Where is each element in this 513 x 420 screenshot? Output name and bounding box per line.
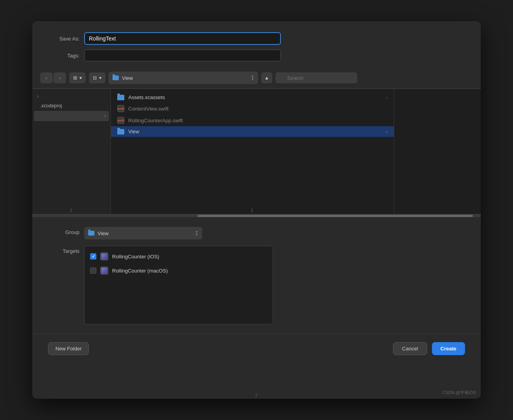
view-chevron-icon: › xyxy=(386,129,388,134)
horizontal-scrollbar[interactable] xyxy=(32,214,481,217)
assets-folder-icon xyxy=(117,95,124,100)
group-stepper: ▲ ▼ xyxy=(195,230,198,236)
view-options-arrow: ▾ xyxy=(99,75,101,81)
file-item-view[interactable]: View › xyxy=(111,126,394,137)
target-item-macos[interactable]: RollingCounter (macOS) xyxy=(85,263,273,278)
grid-icon: ⊞ xyxy=(73,75,77,81)
group-selector[interactable]: View ▲ ▼ xyxy=(84,227,202,239)
contentview-swift-icon: swift xyxy=(117,105,124,112)
file-item-contentview[interactable]: swift ContentView.swift xyxy=(111,103,394,114)
forward-button[interactable]: › xyxy=(54,72,66,83)
save-as-input[interactable] xyxy=(84,32,281,45)
search-input[interactable] xyxy=(275,72,357,83)
folder-icon xyxy=(113,76,119,80)
tags-input[interactable] xyxy=(84,50,281,61)
view-dropdown-arrow: ▾ xyxy=(79,75,82,81)
target-item-ios[interactable]: RollingCounter (iOS) xyxy=(85,249,273,263)
location-selector[interactable]: View ▲ ▼ xyxy=(109,72,258,84)
targets-label: Targets xyxy=(48,246,79,254)
file-item-rollingcounterapp[interactable]: swift RollingCounterApp.swift xyxy=(111,114,394,126)
rollingcounterapp-swift-icon: swift xyxy=(117,117,124,124)
macos-target-name: RollingCounter (macOS) xyxy=(112,268,168,274)
detail-pane: ‖ xyxy=(394,89,481,214)
targets-box: RollingCounter (iOS) RollingCounter (mac… xyxy=(84,246,273,324)
view-mode-button[interactable]: ⊞ ▾ xyxy=(69,72,86,83)
new-folder-button[interactable]: New Folder xyxy=(48,342,89,355)
assets-chevron-icon: › xyxy=(386,95,388,100)
create-button[interactable]: Create xyxy=(432,342,465,355)
location-stepper-arrows: ▲ ▼ xyxy=(251,75,254,81)
detail-pane-resize[interactable]: ‖ xyxy=(255,393,258,397)
pane-resize-handle[interactable]: ‖ xyxy=(70,208,73,212)
list-icon: ⊟ xyxy=(93,75,97,81)
rollingcounterapp-filename: RollingCounterApp.swift xyxy=(128,118,183,123)
view-folder-icon xyxy=(117,129,124,134)
sidebar-item-xcodeproj[interactable]: .xcodeproj xyxy=(32,101,111,111)
sidebar-item-selected[interactable]: › xyxy=(34,111,109,121)
group-value: View xyxy=(98,230,109,236)
view-filename: View xyxy=(128,129,139,134)
file-list-pane: Assets.xcassets › swift ContentView.swif… xyxy=(111,89,394,214)
location-label: View xyxy=(122,75,133,81)
macos-app-icon xyxy=(100,267,108,274)
back-button[interactable]: ‹ xyxy=(40,72,53,83)
view-options-button[interactable]: ⊟ ▾ xyxy=(89,72,105,83)
macos-checkbox[interactable] xyxy=(90,267,96,274)
group-label: Group xyxy=(48,227,79,235)
watermark: CSDN @宇夜iOS xyxy=(442,390,476,396)
main-pane-resize[interactable]: ‖ xyxy=(251,208,254,212)
expand-button[interactable]: ▲ xyxy=(261,72,272,83)
tags-label: Tags: xyxy=(48,53,79,59)
xcodeproj-label: .xcodeproj xyxy=(40,103,62,109)
save-as-label: Save As: xyxy=(48,36,79,42)
assets-filename: Assets.xcassets xyxy=(128,94,165,100)
contentview-filename: ContentView.swift xyxy=(128,106,168,112)
ios-app-icon xyxy=(100,252,108,260)
selected-item-arrow: › xyxy=(104,113,106,119)
scroll-thumb xyxy=(197,215,473,217)
ios-target-name: RollingCounter (iOS) xyxy=(112,254,159,260)
cancel-button[interactable]: Cancel xyxy=(393,342,427,355)
sidebar-item-arrow[interactable]: › xyxy=(32,92,111,101)
file-item-assets[interactable]: Assets.xcassets › xyxy=(111,92,394,103)
group-folder-icon xyxy=(88,231,94,236)
ios-checkbox[interactable] xyxy=(90,253,96,260)
chevron-up-icon: ▲ xyxy=(264,75,269,81)
chevron-right-icon: › xyxy=(37,94,39,99)
